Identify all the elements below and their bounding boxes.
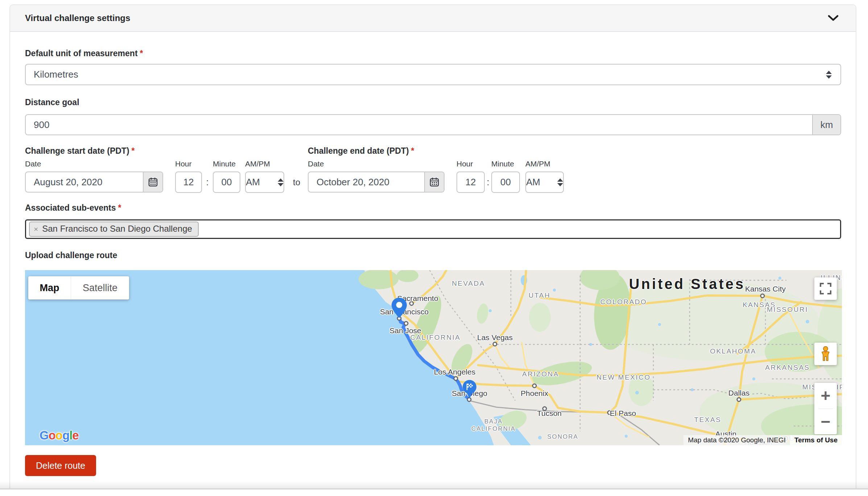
delete-route-button[interactable]: Delete route (25, 455, 96, 476)
map-type-control: Map Satellite (28, 276, 129, 299)
subevent-tag: × San Francisco to San Diego Challenge (29, 222, 199, 237)
map-city-label: Los Angeles (434, 368, 475, 376)
map-city-label: Dallas (728, 389, 749, 397)
map-city-label: Phoenix (521, 389, 548, 398)
zoom-in-button[interactable]: + (814, 383, 837, 409)
map-city-dot (493, 342, 497, 347)
start-date-label: Challenge start date (PDT)* (25, 146, 135, 156)
map-city-dot (737, 397, 741, 402)
calendar-icon (148, 177, 158, 187)
start-hour-input[interactable]: 12 (175, 171, 202, 193)
unit-select-value: Kilometres (34, 69, 78, 80)
map-state-label: NEW MEXICO (596, 373, 651, 381)
end-date-label: Challenge end date (PDT)* (308, 146, 414, 156)
zoom-control: + − (814, 383, 837, 434)
map-city-label: El Paso (610, 409, 636, 418)
map-attribution: Map data ©2020 Google, INEGI Terms of Us… (683, 435, 842, 445)
pegman-button[interactable] (814, 343, 837, 365)
map-city-label: Las Vegas (477, 333, 513, 342)
end-hour-input[interactable]: 12 (456, 171, 485, 193)
start-date-sublabel: Date (25, 159, 163, 169)
map-state-label: OKLAHOMA (710, 347, 756, 355)
end-date-sublabel: Date (308, 159, 445, 169)
map-city-dot (404, 321, 409, 326)
distance-goal-label: Distance goal (25, 97, 841, 107)
google-map[interactable]: NEVADAUTAHCALIFORNIACOLORADOKANSASMISSOU… (25, 270, 842, 445)
map-city-dot (760, 294, 765, 298)
fullscreen-button[interactable] (814, 277, 837, 300)
terms-of-use-link[interactable]: Terms of Use (790, 435, 842, 445)
subevent-tag-label: San Francisco to San Diego Challenge (42, 224, 192, 234)
end-date-group: October 20, 2020 (308, 171, 445, 193)
google-logo-letter: o (55, 429, 62, 442)
map-state-label: BAJA CALIFORNIA (471, 418, 516, 433)
end-ampm-select[interactable]: AM (525, 171, 564, 193)
map-state-label: NEVADA (452, 280, 485, 288)
map-state-label: MISSOURI (767, 306, 808, 314)
end-minute-sublabel: Minute (491, 159, 520, 169)
map-city-dot (532, 384, 537, 388)
pegman-icon (820, 346, 831, 361)
unit-label: Default unit of measurement* (25, 48, 841, 58)
zoom-out-button[interactable]: − (814, 409, 837, 435)
select-updown-icon (557, 178, 563, 186)
required-mark: * (118, 203, 121, 212)
required-mark: * (140, 49, 143, 58)
unit-select[interactable]: Kilometres (25, 64, 841, 85)
panel-title: Virtual challenge settings (25, 13, 130, 23)
distance-goal-input[interactable]: 900 (26, 115, 812, 135)
time-colon: : (485, 171, 491, 193)
start-hour-sublabel: Hour (175, 159, 202, 169)
end-date-input[interactable]: October 20, 2020 (309, 172, 424, 192)
calendar-icon (429, 177, 439, 187)
map-state-label: UTAH (529, 292, 550, 299)
virtual-challenge-settings-panel: Virtual challenge settings Default unit … (9, 4, 856, 489)
subevents-multiselect[interactable]: × San Francisco to San Diego Challenge (25, 219, 841, 239)
start-date-input[interactable]: August 20, 2020 (26, 172, 143, 192)
map-type-map-button[interactable]: Map (28, 276, 71, 299)
upload-route-label: Upload challenge route (25, 250, 841, 260)
map-data-text: Map data ©2020 Google, INEGI (683, 435, 790, 445)
end-hour-sublabel: Hour (456, 159, 485, 169)
tag-remove-icon[interactable]: × (34, 225, 38, 233)
select-updown-icon (278, 178, 284, 186)
map-labels-layer: NEVADAUTAHCALIFORNIACOLORADOKANSASMISSOU… (25, 270, 842, 445)
google-logo-letter: e (72, 429, 78, 442)
start-date-group: August 20, 2020 (25, 171, 163, 193)
map-state-label: TEXAS (694, 416, 722, 424)
subevents-label: Associated sub-events* (25, 203, 841, 213)
route-finish-marker-icon[interactable] (461, 380, 478, 400)
google-logo[interactable]: Google (40, 429, 79, 442)
start-minute-sublabel: Minute (213, 159, 240, 169)
map-state-label: COLORADO (600, 298, 647, 306)
distance-goal-group: 900 km (25, 114, 841, 135)
to-label: to (289, 171, 304, 193)
start-ampm-select[interactable]: AM (245, 171, 284, 193)
distance-unit-addon: km (812, 115, 840, 135)
section-divider (0, 481, 868, 489)
required-mark: * (411, 146, 414, 156)
map-city-label: San Jose (389, 326, 421, 335)
time-colon: : (202, 171, 213, 193)
chevron-down-icon[interactable] (828, 15, 839, 21)
end-ampm-sublabel: AM/PM (525, 159, 564, 169)
end-calendar-button[interactable] (424, 172, 444, 192)
map-country-label: United States (629, 276, 745, 292)
start-minute-input[interactable]: 00 (213, 171, 240, 193)
google-logo-letter: G (40, 429, 49, 442)
fullscreen-icon (819, 282, 832, 295)
required-mark: * (132, 146, 135, 156)
panel-header[interactable]: Virtual challenge settings (10, 5, 856, 32)
map-state-label: ARIZONA (522, 370, 559, 378)
start-ampm-sublabel: AM/PM (245, 159, 284, 169)
map-state-label: SONORA (547, 433, 578, 441)
map-city-label: Kansas City (745, 285, 786, 293)
start-calendar-button[interactable] (143, 172, 162, 192)
map-city-dot (454, 376, 458, 381)
map-type-satellite-button[interactable]: Satellite (71, 276, 129, 299)
route-start-marker-icon[interactable] (391, 297, 408, 318)
select-updown-icon (826, 71, 832, 79)
map-city-label: Tucson (537, 409, 562, 418)
google-logo-letter: g (62, 429, 69, 442)
end-minute-input[interactable]: 00 (491, 171, 520, 193)
